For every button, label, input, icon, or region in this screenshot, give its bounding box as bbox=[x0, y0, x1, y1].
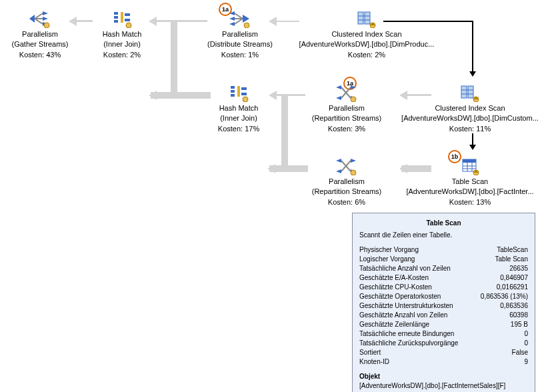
svg-marker-5 bbox=[43, 17, 48, 21]
op-parallelism-distribute: Parallelism(Distribute Streams)Kosten: 1… bbox=[200, 9, 280, 60]
parallelism-icon bbox=[28, 9, 52, 28]
op-title: Parallelism bbox=[7, 29, 73, 39]
svg-rect-23 bbox=[358, 12, 363, 24]
op-cost: Kosten: 2% bbox=[92, 50, 152, 60]
svg-marker-21 bbox=[243, 15, 249, 23]
svg-point-22 bbox=[244, 23, 249, 28]
tooltip-row-key: Geschätzte Operatorkosten bbox=[359, 292, 441, 301]
op-subtitle: (Gather Streams) bbox=[7, 39, 73, 49]
svg-line-20 bbox=[235, 19, 243, 24]
svg-marker-36 bbox=[336, 85, 341, 89]
svg-point-35 bbox=[243, 97, 248, 102]
tooltip-row-value: False bbox=[512, 348, 528, 357]
op-title: Parallelism bbox=[303, 103, 390, 113]
tooltip-description: Scannt die Zeilen einer Tabelle. bbox=[359, 231, 528, 240]
svg-marker-37 bbox=[336, 96, 341, 100]
sequence-arrow bbox=[472, 133, 473, 148]
tooltip-row-value: 0 bbox=[524, 339, 528, 348]
op-cost: Kosten: 17% bbox=[205, 124, 272, 134]
svg-rect-12 bbox=[125, 13, 130, 16]
svg-marker-4 bbox=[43, 11, 48, 15]
flow-elbow bbox=[171, 20, 177, 99]
op-title: Table Scan bbox=[400, 177, 540, 187]
tooltip-title: Table Scan bbox=[359, 219, 528, 228]
tooltip-object-label: Objekt bbox=[359, 372, 528, 381]
flow-arrow bbox=[269, 165, 281, 172]
svg-line-18 bbox=[235, 13, 243, 19]
tooltip-row: Tatsächliche erneute Bindungen0 bbox=[359, 329, 528, 339]
svg-rect-33 bbox=[241, 87, 247, 90]
op-title: Parallelism bbox=[303, 177, 390, 187]
tooltip-row-value: 0,863536 (13%) bbox=[481, 292, 528, 301]
tooltip-row-key: Geschätzte Unterstrukturkosten bbox=[359, 301, 453, 311]
tooltip-object-value: [AdventureWorksDW].[dbo].[FactInternetSa… bbox=[359, 381, 528, 391]
svg-marker-53 bbox=[351, 159, 356, 163]
clustered-index-scan-icon bbox=[355, 9, 378, 28]
sequence-line bbox=[472, 21, 473, 74]
svg-rect-44 bbox=[468, 86, 473, 98]
tooltip-row-key: Sortiert bbox=[359, 348, 381, 357]
op-subtitle: [AdventureWorksDW].[dbo].[DimProduc... bbox=[293, 39, 440, 49]
svg-rect-9 bbox=[114, 16, 118, 19]
tooltip-row-value: 0,846907 bbox=[500, 273, 528, 283]
op-cost: Kosten: 1% bbox=[200, 50, 280, 60]
tooltip-row: Logischer VorgangTable Scan bbox=[359, 255, 528, 264]
op-cost: Kosten: 43% bbox=[7, 50, 73, 60]
op-cost: Kosten: 11% bbox=[400, 124, 540, 134]
svg-rect-8 bbox=[114, 12, 118, 15]
op-cost: Kosten: 13% bbox=[400, 197, 540, 207]
svg-point-55 bbox=[351, 170, 356, 175]
svg-marker-50 bbox=[336, 169, 341, 173]
op-subtitle: (Inner Join) bbox=[92, 39, 152, 49]
svg-marker-0 bbox=[29, 15, 35, 23]
op-table-scan: Table Scan[AdventureWorksDW].[dbo].[Fact… bbox=[400, 157, 540, 207]
svg-rect-11 bbox=[121, 12, 123, 23]
tooltip-row: Knoten-ID9 bbox=[359, 357, 528, 367]
op-parallelism-repartition-2: Parallelism(Repartition Streams)Kosten: … bbox=[303, 157, 390, 207]
svg-rect-43 bbox=[461, 86, 467, 98]
tooltip-row-key: Tatsächliche Anzahl von Zeilen bbox=[359, 264, 451, 273]
svg-line-3 bbox=[35, 19, 43, 24]
svg-line-1 bbox=[35, 13, 43, 19]
op-clustered-scan-product: Clustered Index Scan[AdventureWorksDW].[… bbox=[293, 9, 440, 60]
svg-rect-57 bbox=[463, 159, 476, 163]
tooltip-row-key: Tatsächliche erneute Bindungen bbox=[359, 329, 454, 339]
op-subtitle: (Repartition Streams) bbox=[303, 187, 390, 197]
op-title: Clustered Index Scan bbox=[400, 103, 540, 113]
svg-point-7 bbox=[44, 23, 49, 28]
operator-tooltip: Table Scan Scannt die Zeilen einer Tabel… bbox=[352, 213, 535, 392]
svg-marker-49 bbox=[336, 159, 341, 163]
flow-arrow bbox=[151, 92, 171, 99]
flow-arrow bbox=[271, 94, 305, 96]
hash-match-icon bbox=[228, 83, 249, 102]
parallelism-icon bbox=[228, 9, 252, 28]
tooltip-row: Tatsächliche Zurückspulvorgänge0 bbox=[359, 339, 528, 348]
tooltip-row-key: Tatsächliche Zurückspulvorgänge bbox=[359, 339, 458, 348]
flow-elbow bbox=[171, 92, 211, 99]
tooltip-row-value: TableScan bbox=[497, 245, 528, 255]
op-subtitle: [AdventureWorksDW].[dbo].[FactInter... bbox=[400, 187, 540, 197]
tooltip-row: Geschätzte E/A-Kosten0,846907 bbox=[359, 273, 528, 283]
op-parallelism-repartition-1: Parallelism(Repartition Streams)Kosten: … bbox=[303, 83, 390, 134]
hash-match-icon bbox=[111, 9, 133, 28]
tooltip-row: Tatsächliche Anzahl von Zeilen26635 bbox=[359, 264, 528, 273]
op-title: Parallelism bbox=[200, 29, 280, 39]
op-cost: Kosten: 6% bbox=[303, 197, 390, 207]
op-subtitle: [AdventureWorksDW].[dbo].[DimCustom... bbox=[400, 113, 540, 123]
svg-point-42 bbox=[351, 97, 356, 102]
tooltip-row-key: Physischer Vorgang bbox=[359, 245, 419, 255]
svg-rect-32 bbox=[237, 86, 240, 97]
svg-point-14 bbox=[126, 23, 131, 28]
tooltip-row-key: Geschätzte CPU-Kosten bbox=[359, 283, 432, 292]
tooltip-row: Geschätzte CPU-Kosten0,0166291 bbox=[359, 283, 528, 292]
tooltip-row-value: 0,0166291 bbox=[497, 283, 528, 292]
svg-rect-31 bbox=[231, 94, 235, 97]
tooltip-properties: Physischer VorgangTableScanLogischer Vor… bbox=[359, 245, 528, 367]
tooltip-row: Physischer VorgangTableScan bbox=[359, 245, 528, 255]
tooltip-row-value: 195 B bbox=[511, 320, 528, 329]
tooltip-row-value: 9 bbox=[524, 357, 528, 367]
svg-marker-15 bbox=[229, 11, 235, 15]
svg-rect-10 bbox=[114, 20, 118, 23]
tooltip-row-key: Geschätzte Zeilenlänge bbox=[359, 320, 429, 329]
tooltip-row-value: 60398 bbox=[509, 311, 528, 320]
